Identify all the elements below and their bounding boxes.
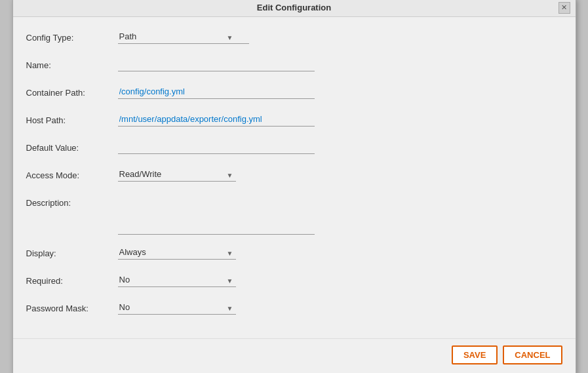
password-mask-row: Password Mask: No Yes ▼ — [26, 301, 556, 319]
host-path-input[interactable] — [118, 113, 315, 127]
required-row: Required: No Yes ▼ — [26, 273, 556, 292]
access-mode-select[interactable]: Read/Write Read Only — [118, 168, 236, 182]
config-type-select-wrapper: Path Variable Label ▼ — [118, 30, 236, 44]
name-label: Name: — [26, 58, 118, 70]
dialog-footer: SAVE CANCEL — [13, 338, 576, 373]
description-row: Description: — [26, 195, 556, 237]
display-select[interactable]: Always Advanced Hide — [118, 246, 236, 260]
description-label: Description: — [26, 195, 118, 208]
default-value-label: Default Value: — [26, 140, 118, 153]
container-path-label: Container Path: — [26, 85, 118, 98]
close-icon: ✕ — [561, 3, 567, 12]
access-mode-field: Read/Write Read Only ▼ — [118, 168, 328, 182]
container-path-input[interactable] — [118, 85, 315, 99]
container-path-row: Container Path: — [26, 85, 556, 104]
required-field: No Yes ▼ — [118, 273, 328, 287]
config-type-row: Config Type: Path Variable Label ▼ — [26, 30, 556, 49]
required-label: Required: — [26, 273, 118, 286]
display-label: Display: — [26, 246, 118, 258]
password-mask-select-wrapper: No Yes ▼ — [118, 301, 236, 315]
container-path-field — [118, 85, 328, 99]
name-input[interactable] — [118, 58, 315, 71]
default-value-input[interactable] — [118, 140, 315, 154]
dialog-titlebar: Edit Configuration ✕ — [13, 0, 576, 17]
password-mask-field: No Yes ▼ — [118, 301, 328, 315]
edit-configuration-dialog: Edit Configuration ✕ Config Type: Path V… — [12, 0, 576, 373]
access-mode-label: Access Mode: — [26, 168, 118, 180]
password-mask-select[interactable]: No Yes — [118, 301, 236, 315]
name-field — [118, 58, 328, 71]
display-row: Display: Always Advanced Hide ▼ — [26, 246, 556, 264]
config-type-field: Path Variable Label ▼ — [118, 30, 328, 44]
required-select[interactable]: No Yes — [118, 273, 236, 287]
host-path-label: Host Path: — [26, 113, 118, 125]
password-mask-label: Password Mask: — [26, 301, 118, 313]
required-select-wrapper: No Yes ▼ — [118, 273, 236, 287]
access-mode-select-wrapper: Read/Write Read Only ▼ — [118, 168, 236, 182]
host-path-field — [118, 113, 328, 127]
display-field: Always Advanced Hide ▼ — [118, 246, 328, 260]
display-select-wrapper: Always Advanced Hide ▼ — [118, 246, 236, 260]
host-path-row: Host Path: — [26, 113, 556, 131]
save-button[interactable]: SAVE — [452, 345, 498, 364]
default-value-row: Default Value: — [26, 140, 556, 159]
config-type-label: Config Type: — [26, 30, 118, 43]
description-textarea[interactable] — [118, 195, 315, 235]
config-type-select[interactable]: Path Variable Label — [118, 30, 249, 44]
access-mode-row: Access Mode: Read/Write Read Only ▼ — [26, 168, 556, 186]
description-field — [118, 195, 328, 237]
name-row: Name: — [26, 58, 556, 76]
cancel-button[interactable]: CANCEL — [503, 345, 562, 364]
close-button[interactable]: ✕ — [559, 2, 570, 14]
default-value-field — [118, 140, 328, 154]
dialog-title: Edit Configuration — [257, 3, 331, 12]
dialog-body: Config Type: Path Variable Label ▼ Name: — [13, 17, 576, 338]
